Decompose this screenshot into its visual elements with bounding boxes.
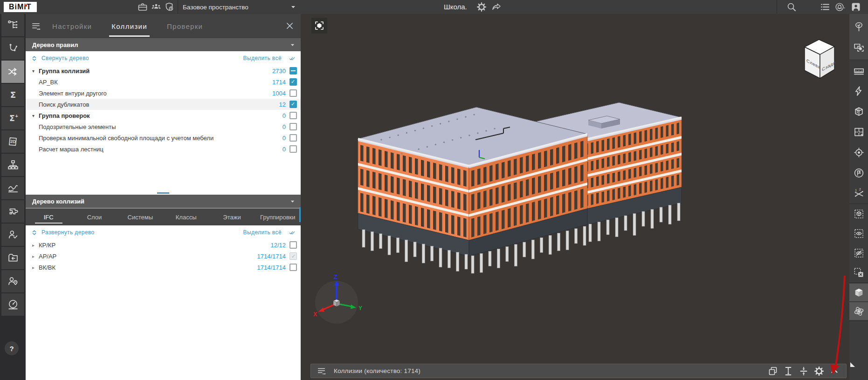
collision-tab-Классы[interactable]: Классы [163, 209, 209, 225]
tool-puzzle[interactable] [1, 200, 24, 223]
tab-Настройки[interactable]: Настройки [50, 14, 94, 38]
collision-tab-IFC[interactable]: IFC [26, 209, 71, 225]
tree-row[interactable]: ▸АР/АР1714/1714 [26, 251, 301, 262]
tree-row[interactable]: Проверка минимальной свободной площади с… [26, 132, 301, 143]
app-logo: BiMiT [4, 2, 37, 12]
collapse-tree-link[interactable]: Свернуть дерево [31, 55, 89, 61]
row-checkbox-unchecked[interactable] [289, 145, 297, 153]
row-checkbox-unchecked[interactable] [289, 123, 297, 130]
tool-solid-cube[interactable] [849, 284, 868, 301]
select-all-link[interactable]: Выделить всё [243, 55, 295, 61]
shield-clock-icon[interactable] [164, 1, 175, 13]
bottom-menu-icon[interactable] [317, 366, 327, 376]
expand-vertical-icon [31, 230, 37, 236]
tool-nature-tree[interactable] [849, 16, 868, 37]
help-button[interactable]: ? [5, 341, 19, 355]
tab-Коллизии[interactable]: Коллизии [109, 14, 150, 38]
tool-org-chart[interactable] [1, 154, 24, 176]
row-checkbox-unchecked[interactable] [289, 134, 297, 142]
search-icon[interactable] [786, 1, 797, 13]
tree-row[interactable]: АР_ВК1714 [26, 76, 301, 88]
tree-row[interactable]: ▸КР/КР12/12 [26, 239, 301, 251]
select-all-link-2[interactable]: Выделить всё [243, 229, 295, 236]
expander-down-icon[interactable]: ▾ [29, 68, 37, 74]
tool-select-eye-off[interactable] [849, 243, 868, 263]
tool-sigma[interactable]: Σ [1, 84, 24, 106]
tool-sigma-plus[interactable]: Σ+ [1, 107, 24, 129]
collision-tab-Слои[interactable]: Слои [71, 209, 117, 225]
notifications-icon[interactable] [834, 1, 846, 13]
project-settings-gear-icon[interactable] [476, 1, 487, 13]
row-checkbox-checked[interactable] [289, 101, 297, 108]
tree-row[interactable]: ▾Группа коллизий2730 [26, 65, 301, 76]
row-checkbox-unchecked[interactable] [289, 241, 297, 249]
tool-orbit[interactable] [849, 302, 868, 320]
expander-right-icon[interactable]: ▸ [29, 265, 37, 270]
collisions-tree-header[interactable]: Дерево коллизий [26, 195, 301, 208]
task-list-icon[interactable] [820, 1, 831, 13]
tool-folder-import[interactable] [1, 247, 24, 269]
tree-row[interactable]: ▸ВК/ВК1714/1714 [26, 262, 301, 273]
row-count: 1004 [272, 90, 286, 97]
tool-select-clear[interactable] [849, 263, 868, 282]
expander-right-icon[interactable]: ▸ [29, 254, 37, 259]
tree-resize-handle[interactable] [157, 192, 169, 194]
rules-tree-header[interactable]: Дерево правил [26, 38, 301, 51]
tool-flash[interactable] [849, 81, 868, 101]
user-profile-icon[interactable] [850, 1, 861, 13]
row-checkbox-unchecked[interactable] [289, 112, 297, 119]
tool-measure-12[interactable]: 12 [849, 183, 868, 204]
row-checkbox-checked[interactable] [289, 78, 297, 86]
tool-select-eye[interactable] [849, 224, 868, 243]
tab-Проверки[interactable]: Проверки [165, 14, 205, 38]
tree-row[interactable]: ▾Группа проверок0 [26, 110, 301, 121]
collapse-tree-label: Свернуть дерево [41, 55, 89, 61]
gauge-icon [7, 299, 19, 311]
row-checkbox-indeterminate[interactable] [289, 67, 297, 75]
height-measure-icon[interactable] [783, 366, 794, 377]
tree-row[interactable]: Подозрительные элементы0 [26, 121, 301, 132]
tool-wave-chart[interactable] [1, 177, 24, 199]
close-icon[interactable] [285, 21, 295, 31]
row-checkbox-unchecked[interactable] [289, 89, 297, 97]
briefcase-icon[interactable] [137, 1, 148, 13]
row-count: 1714 [272, 79, 286, 86]
tool-shuffle[interactable] [1, 61, 24, 83]
share-icon[interactable] [491, 1, 502, 13]
expander-down-icon[interactable]: ▾ [29, 113, 37, 118]
row-checkbox-checked-disabled[interactable] [289, 252, 297, 260]
workspace-selector[interactable]: Базовое пространство [179, 0, 301, 14]
tree-row[interactable]: Расчет марша лестниц0 [26, 143, 301, 155]
expand-tree-link[interactable]: Развернуть дерево [31, 229, 95, 236]
tool-flag-circle[interactable] [849, 163, 868, 183]
fit-view-button[interactable] [311, 18, 327, 34]
tree-row[interactable]: Элемент внтури другого1004 [26, 88, 301, 99]
tool-node-branch[interactable] [1, 37, 24, 60]
team-icon[interactable] [151, 1, 162, 13]
collision-tab-Системы[interactable]: Системы [117, 209, 163, 225]
gear-icon[interactable] [813, 366, 825, 377]
collision-tab-Группировки[interactable]: Группировки [255, 209, 301, 225]
collision-tab-Этажи[interactable]: Этажи [209, 209, 255, 225]
copy-stack-icon[interactable] [767, 366, 778, 377]
expander-right-icon[interactable]: ▸ [29, 243, 37, 248]
tool-model-tree[interactable] [1, 14, 24, 36]
tool-select-cube[interactable] [849, 204, 868, 224]
tool-target[interactable] [849, 142, 868, 163]
tool-floorplan[interactable] [849, 122, 868, 142]
tool-cube-section[interactable] [849, 101, 868, 122]
tool-ruler[interactable] [849, 60, 868, 81]
split-center-icon[interactable] [798, 366, 809, 377]
panel-menu-icon[interactable] [31, 21, 41, 32]
tree-row[interactable]: Поиск дубликатов12 [26, 99, 301, 110]
rail-resize-grip[interactable] [850, 362, 855, 367]
tool-doc-2d[interactable]: 2D [1, 130, 24, 153]
panel-resize-handle[interactable] [299, 207, 301, 222]
tool-focus-selection[interactable] [849, 37, 868, 57]
collisions-count-label: Коллизии (количество: 1714) [334, 367, 420, 374]
row-checkbox-unchecked[interactable] [289, 264, 297, 271]
chevron-up-icon[interactable] [829, 366, 840, 377]
tool-person-check[interactable] [1, 224, 24, 246]
tool-gauge[interactable] [1, 293, 24, 316]
tool-person-pin[interactable] [1, 270, 24, 292]
